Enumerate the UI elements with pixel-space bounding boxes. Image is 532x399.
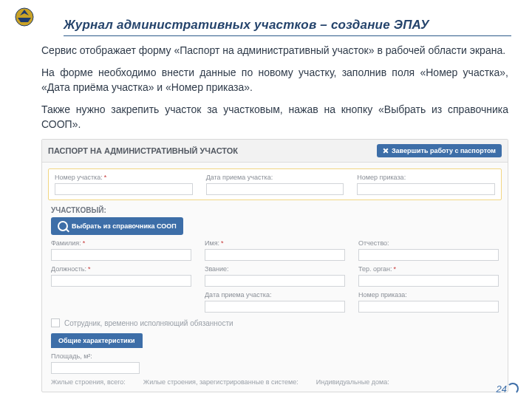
close-passport-label: Завершить работу с паспортом [392,147,496,154]
officer-date-input[interactable] [205,301,345,313]
emblem-icon [13,6,35,30]
soop-button-label: Выбрать из справочника СООП [72,222,177,230]
officer-date-label: Дата приема участка: [205,291,345,299]
rank-label: Звание: [205,265,345,273]
order-input[interactable] [357,183,495,195]
close-icon [383,148,389,154]
intro-paragraph-3: Также нужно закрепить участок за участко… [41,103,508,132]
page-number: 24 [497,383,507,395]
position-label: Должность:* [51,265,191,273]
officer-section-label: УЧАСТКОВЫЙ: [51,206,499,214]
area-label: Площадь, м²: [51,352,140,360]
individual-houses-label: Индивидуальные дома: [316,378,389,386]
app-header: ПАСПОРТ НА АДМИНИСТРАТИВНЫЙ УЧАСТОК Заве… [42,140,508,163]
rank-input[interactable] [205,275,345,287]
tab-general[interactable]: Общие характеристики [51,333,143,348]
page-title: Журнал административных участков – созда… [64,18,511,33]
title-divider [64,35,511,36]
select-from-soop-button[interactable]: Выбрать из справочника СООП [51,217,183,235]
temp-duty-label: Сотрудник, временно исполняющий обязанно… [64,319,233,327]
number-input[interactable] [55,183,193,195]
app-heading: ПАСПОРТ НА АДМИНИСТРАТИВНЫЙ УЧАСТОК [48,146,238,155]
position-input[interactable] [51,275,191,287]
order-label: Номер приказа: [357,174,495,181]
area-input[interactable] [51,362,140,374]
officer-order-label: Номер приказа: [358,291,499,299]
top-field-strip: Номер участка:* Дата приема участка: Ном… [48,168,502,200]
app-window: ПАСПОРТ НА АДМИНИСТРАТИВНЫЙ УЧАСТОК Заве… [41,139,508,392]
firstname-input[interactable] [205,249,345,261]
buildings-registered-label: Жилые строения, зарегистрированные в сис… [143,378,299,386]
search-icon [58,221,68,231]
date-label: Дата приема участка: [206,174,344,181]
middlename-input[interactable] [358,249,499,261]
temp-duty-checkbox[interactable] [51,318,60,327]
intro-paragraph-1: Сервис отображает форму «Паспорт на адми… [41,44,508,58]
agency-label: Тер. орган:* [358,265,499,273]
middlename-label: Отчество: [358,239,499,247]
page-number-decoration-icon [507,383,519,395]
firstname-label: Имя:* [205,239,345,247]
intro-paragraph-2: На форме необходимо внести данные по нов… [41,66,508,95]
close-passport-button[interactable]: Завершить работу с паспортом [377,144,502,157]
date-input[interactable] [206,183,344,195]
number-label: Номер участка:* [55,174,193,181]
buildings-total-label: Жилые строения, всего: [51,378,126,386]
agency-input[interactable] [358,275,499,287]
officer-order-input[interactable] [358,301,499,313]
lastname-label: Фамилия:* [51,239,191,247]
lastname-input[interactable] [51,249,191,261]
